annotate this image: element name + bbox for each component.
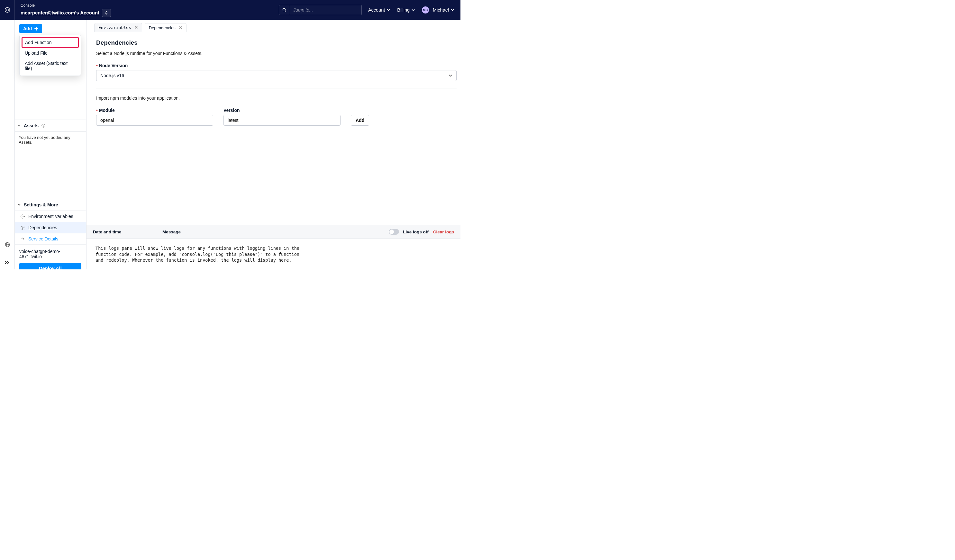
docs-icon[interactable] bbox=[5, 242, 10, 247]
settings-deps-label: Dependencies bbox=[28, 225, 57, 230]
caret-down-icon bbox=[18, 203, 21, 206]
plus-icon bbox=[34, 27, 38, 31]
nav-user[interactable]: MC Michael bbox=[422, 6, 454, 14]
add-button[interactable]: Add bbox=[19, 24, 42, 33]
tab-deps-label: Dependencies bbox=[149, 25, 175, 30]
settings-service-details[interactable]: Service Details bbox=[15, 233, 86, 245]
nav-account[interactable]: Account bbox=[368, 8, 390, 13]
page-subtitle: Select a Node.js runtime for your Functi… bbox=[96, 51, 457, 56]
svg-point-0 bbox=[5, 8, 9, 13]
add-dropdown-menu: Add Function Upload File Add Asset (Stat… bbox=[19, 35, 81, 76]
assets-empty-text: You have not yet added any Assets. bbox=[15, 132, 86, 199]
logs-header: Date and time Message Live logs off Clea… bbox=[86, 225, 460, 239]
settings-env-variables[interactable]: Environment Variables bbox=[15, 211, 86, 222]
settings-dependencies[interactable]: Dependencies bbox=[15, 222, 86, 233]
add-button-label: Add bbox=[23, 26, 32, 31]
top-nav: Console mcarpenter@twilio.com's Account … bbox=[0, 0, 460, 20]
svg-line-6 bbox=[285, 11, 286, 12]
menu-add-asset[interactable]: Add Asset (Static text file) bbox=[22, 58, 79, 74]
arrow-right-icon bbox=[20, 236, 25, 241]
chevron-down-icon bbox=[412, 9, 415, 11]
version-label: Version bbox=[224, 108, 341, 113]
add-module-button[interactable]: Add bbox=[351, 115, 369, 126]
chevron-down-icon bbox=[449, 74, 452, 77]
node-version-select[interactable]: Node.js v16 bbox=[96, 70, 457, 81]
chevron-down-icon bbox=[451, 9, 454, 11]
module-label: •Module bbox=[96, 108, 213, 113]
account-switcher-button[interactable] bbox=[102, 9, 111, 17]
console-label: Console bbox=[20, 3, 111, 8]
left-rail bbox=[0, 20, 15, 269]
close-icon[interactable]: ✕ bbox=[135, 25, 138, 30]
svg-point-1 bbox=[6, 9, 7, 9]
svg-point-13 bbox=[22, 216, 23, 217]
logs-body-text: This logs pane will show live logs for a… bbox=[86, 239, 460, 269]
dependencies-pane: Dependencies Select a Node.js runtime fo… bbox=[86, 32, 460, 225]
nav-billing[interactable]: Billing bbox=[397, 8, 415, 13]
nav-billing-label: Billing bbox=[397, 8, 410, 13]
tab-env-variables[interactable]: Env.variables ✕ bbox=[94, 23, 142, 32]
divider bbox=[96, 88, 457, 88]
account-block: Console mcarpenter@twilio.com's Account bbox=[15, 3, 117, 17]
assets-section-header[interactable]: Assets bbox=[15, 120, 86, 132]
node-version-label: •Node Version bbox=[96, 63, 457, 68]
gear-icon bbox=[20, 214, 25, 219]
settings-section-header[interactable]: Settings & More bbox=[15, 199, 86, 211]
node-version-value: Node.js v16 bbox=[100, 73, 124, 78]
live-logs-label: Live logs off bbox=[403, 230, 429, 235]
editor-tabs: Env.variables ✕ Dependencies ✕ bbox=[86, 20, 460, 32]
assets-header-label: Assets bbox=[24, 123, 39, 128]
import-text: Import npm modules into your application… bbox=[96, 95, 457, 101]
svg-point-2 bbox=[8, 9, 9, 9]
version-input[interactable] bbox=[224, 115, 341, 126]
service-domain: voice-chatgpt-demo-4871.twil.io bbox=[15, 245, 86, 263]
module-input[interactable] bbox=[96, 115, 213, 126]
module-form-row: •Module Version Add bbox=[96, 108, 457, 126]
settings-details-label[interactable]: Service Details bbox=[28, 236, 58, 241]
logs-pane: Date and time Message Live logs off Clea… bbox=[86, 225, 460, 269]
tab-env-label: Env.variables bbox=[99, 25, 131, 30]
search-input[interactable] bbox=[290, 5, 362, 15]
settings-env-label: Environment Variables bbox=[28, 214, 73, 219]
tab-dependencies[interactable]: Dependencies ✕ bbox=[145, 23, 186, 32]
settings-header-label: Settings & More bbox=[24, 202, 58, 207]
caret-down-icon bbox=[18, 124, 21, 127]
logs-col-message: Message bbox=[162, 230, 389, 235]
svg-point-14 bbox=[22, 227, 23, 228]
product-switcher-icon[interactable] bbox=[0, 0, 15, 20]
side-panel: Add Add Function Upload File Add Asset (… bbox=[15, 20, 86, 269]
svg-point-4 bbox=[8, 10, 9, 11]
deploy-area: voice-chatgpt-demo-4871.twil.io Deploy A… bbox=[15, 245, 86, 269]
settings-list: Environment Variables Dependencies Servi… bbox=[15, 211, 86, 245]
global-search bbox=[279, 5, 362, 15]
expand-rail-icon[interactable] bbox=[5, 260, 10, 265]
avatar: MC bbox=[422, 6, 429, 14]
nav-account-label: Account bbox=[368, 8, 385, 13]
close-icon[interactable]: ✕ bbox=[179, 25, 182, 30]
svg-point-3 bbox=[6, 10, 7, 11]
menu-add-function[interactable]: Add Function bbox=[22, 37, 79, 48]
info-icon[interactable] bbox=[41, 124, 45, 128]
svg-point-12 bbox=[43, 125, 44, 125]
page-title: Dependencies bbox=[96, 39, 457, 46]
clear-logs-button[interactable]: Clear logs bbox=[433, 230, 454, 235]
logs-col-date: Date and time bbox=[93, 230, 162, 235]
svg-point-5 bbox=[283, 8, 285, 11]
gear-icon bbox=[20, 225, 25, 230]
menu-upload-file[interactable]: Upload File bbox=[22, 48, 79, 58]
content-area: Env.variables ✕ Dependencies ✕ Dependenc… bbox=[86, 20, 460, 269]
deploy-all-button[interactable]: Deploy All bbox=[19, 263, 81, 269]
chevron-down-icon bbox=[387, 9, 390, 11]
main-area: Add Add Function Upload File Add Asset (… bbox=[0, 20, 460, 269]
user-name-label: Michael bbox=[433, 8, 449, 13]
live-logs-toggle[interactable] bbox=[389, 229, 399, 235]
account-link[interactable]: mcarpenter@twilio.com's Account bbox=[20, 10, 99, 16]
search-icon[interactable] bbox=[279, 5, 290, 15]
